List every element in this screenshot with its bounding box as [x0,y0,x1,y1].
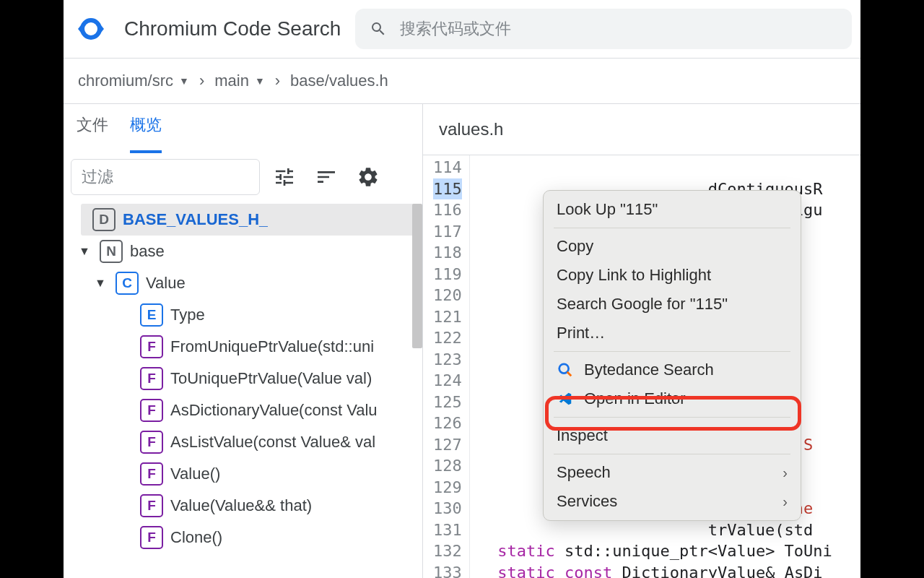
breadcrumb-branch-label: main [214,72,249,90]
app-header: Chromium Code Search [64,0,860,58]
search-bar[interactable] [355,9,852,49]
outline-label: AsListValue(const Value& val [170,433,375,452]
menu-copy[interactable]: Copy [544,232,801,261]
menu-separator [554,417,790,418]
outline-label: Value [146,274,186,293]
svg-line-2 [567,372,572,376]
outline-label: Clone() [170,528,222,547]
code-line [479,157,832,178]
chevron-down-icon: ▼ [255,75,265,87]
scrollbar[interactable] [412,204,422,348]
menu-print[interactable]: Print… [544,319,801,348]
outline-label: ToUniquePtrValue(Value val) [170,369,372,388]
gear-icon[interactable] [351,160,385,194]
outline-item-function[interactable]: F ToUniquePtrValue(Value val) [64,363,422,394]
outline-item-enum[interactable]: E Type [64,299,422,331]
outline-label: Value(Value&& that) [170,496,312,515]
menu-search-google[interactable]: Search Google for "115" [544,290,801,319]
context-menu: Look Up "115" Copy Copy Link to Highligh… [543,190,801,521]
line-gutter[interactable]: 1141151161171181191201211221231241251261… [423,155,470,578]
function-badge-icon: F [140,399,163,422]
outline-item-function[interactable]: F AsDictionaryValue(const Valu [64,394,422,426]
breadcrumb-path[interactable]: base/values.h [290,72,388,90]
class-badge-icon: C [116,272,139,295]
function-badge-icon: F [140,367,163,390]
outline-label: base [130,242,165,261]
code-line: static std::unique_ptr<Value> ToUni [479,540,832,562]
svg-point-0 [82,20,100,38]
chevron-right-icon: › [199,72,204,90]
chevron-down-icon: ▼ [179,75,189,87]
vscode-icon [557,390,574,407]
outline-item-function[interactable]: F AsListValue(const Value& val [64,426,422,458]
menu-separator [554,454,790,454]
sidebar: 文件 概览 D BASE_VALUES_H_ [64,103,423,578]
outline-label: BASE_VALUES_H_ [123,210,268,229]
outline-label: AsDictionaryValue(const Valu [170,401,378,420]
tab-overview[interactable]: 概览 [130,114,162,153]
breadcrumb: chromium/src ▼ › main ▼ › base/values.h [64,59,860,103]
function-badge-icon: F [140,526,163,549]
outline-label: FromUniquePtrValue(std::uni [170,337,374,356]
menu-lookup[interactable]: Look Up "115" [544,195,801,224]
function-badge-icon: F [140,335,163,358]
breadcrumb-repo-label: chromium/src [78,72,173,90]
collapse-icon[interactable]: ▼ [77,245,92,258]
menu-inspect[interactable]: Inspect [544,421,801,450]
function-badge-icon: F [140,494,163,517]
menu-services[interactable]: Services› [544,487,801,516]
outline-item-namespace[interactable]: ▼ N base [64,236,422,267]
outline-item-function[interactable]: F Clone() [64,522,422,553]
code-filename: values.h [423,103,860,155]
filter-input[interactable] [71,159,260,195]
menu-open-in-editor[interactable]: Open in Editor [544,384,801,413]
function-badge-icon: F [140,431,163,454]
breadcrumb-branch[interactable]: main ▼ [214,72,265,90]
namespace-badge-icon: N [100,240,123,263]
menu-separator [554,351,790,352]
tab-files[interactable]: 文件 [77,114,108,153]
search-input[interactable] [400,20,837,38]
outline-item-function[interactable]: F Value() [64,458,422,490]
menu-bytedance-search[interactable]: Bytedance Search [544,355,801,384]
code-line: trValue(std [479,519,832,541]
tune-icon[interactable] [267,160,302,194]
code-line: static const DictionaryValue& AsDi [479,562,832,579]
sort-icon[interactable] [309,160,344,194]
menu-copy-link[interactable]: Copy Link to Highlight [544,261,801,290]
outline-label: Type [170,306,205,324]
menu-separator [554,228,790,228]
magnifier-blue-icon [557,361,574,379]
outline-item-define[interactable]: D BASE_VALUES_H_ [81,204,417,236]
menu-speech[interactable]: Speech› [544,458,801,487]
outline-list: D BASE_VALUES_H_ ▼ N base ▼ C Value E Ty… [64,201,422,578]
outline-label: Value() [170,465,220,483]
app-logo-icon [72,10,110,48]
svg-point-1 [559,364,569,374]
app-title: Chromium Code Search [124,17,341,40]
enum-badge-icon: E [140,303,163,327]
define-badge-icon: D [92,208,116,231]
collapse-icon[interactable]: ▼ [92,277,108,290]
breadcrumb-repo[interactable]: chromium/src ▼ [78,72,189,90]
submenu-arrow-icon: › [783,493,788,510]
outline-item-function[interactable]: F FromUniquePtrValue(std::uni [64,331,422,363]
function-badge-icon: F [140,462,163,486]
chevron-right-icon: › [275,72,280,90]
search-icon [370,20,387,38]
submenu-arrow-icon: › [783,465,788,481]
breadcrumb-path-label: base/values.h [290,72,388,90]
outline-item-class[interactable]: ▼ C Value [64,267,422,299]
outline-item-function[interactable]: F Value(Value&& that) [64,490,422,522]
